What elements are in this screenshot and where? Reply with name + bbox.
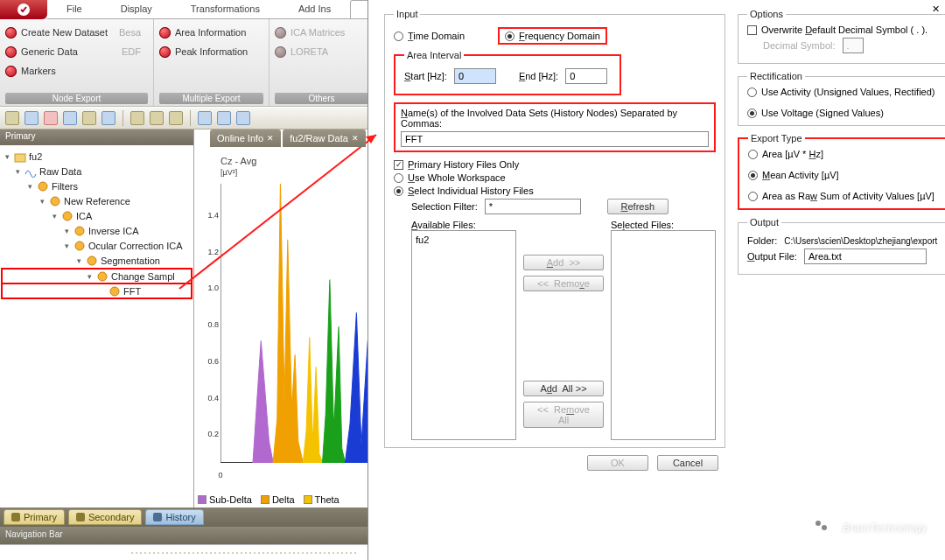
area-export-dialog: ✕ Input Time Domain Frequency Domain Are… [368,0,945,560]
tab-rawdata[interactable]: fu2/Raw Data✕ [283,130,366,147]
radio-freq-domain[interactable]: Frequency Domain [498,27,607,45]
tool-icon[interactable] [130,111,144,125]
gear-icon [74,225,86,237]
tool-icon[interactable] [44,111,58,125]
primary-panel-title: Primary [0,130,193,145]
options-group: Options Overwrite Default Decimal Symbol… [738,9,945,64]
chk-overwrite-decimal[interactable]: Overwrite Default Decimal Symbol ( . ). [747,24,945,35]
tool-icon[interactable] [150,111,164,125]
rect-legend: Rectification [747,71,805,81]
add-button[interactable]: Add >> [523,255,604,270]
radio-use-voltage[interactable]: Use Voltage (Signed Values) [747,108,945,118]
end-label: End [Hz]: [519,71,558,81]
group-others: Others [275,93,368,104]
radio-use-activity[interactable]: Use Activity (Unsigned Values, Rectified… [747,87,945,97]
remove-button[interactable]: << Remove [523,276,604,291]
svg-point-5 [75,227,84,235]
tool-icon[interactable] [169,111,183,125]
export-type-group: Export Type Area [µV * Hz] Mean Activity… [738,133,945,210]
radio-select-indiv[interactable]: Select Individual History Files [394,186,534,196]
input-group: Input Time Domain Frequency Domain Area … [384,9,725,448]
tab-secondary[interactable]: Secondary [68,509,143,525]
add-all-button[interactable]: Add All >> [523,381,604,396]
gear-icon [49,195,61,207]
export-type-legend: Export Type [748,133,805,144]
tool-icon[interactable] [236,111,250,125]
ok-button[interactable]: OK [587,455,648,471]
signal-view: Cz - Avg[µV²] 0.20.40.60.81.01.21.4 020 … [194,130,385,508]
tool-icon[interactable] [63,111,77,125]
gear-icon [86,255,98,267]
input-legend: Input [394,9,420,19]
watermark: BrainTechnology [806,513,928,542]
tool-icon[interactable] [198,111,212,125]
available-list[interactable]: fu2 [411,230,516,440]
menu-file[interactable]: File [47,0,102,18]
decimal-label: Decimal Symbol: [763,40,836,51]
tab-history[interactable]: History [145,509,203,525]
refresh-button[interactable]: Refresh [607,199,668,214]
decimal-input [843,38,864,53]
group-node-export: Node Export [5,93,148,104]
btn-generic-data[interactable]: Generic DataEDF [5,42,148,61]
menu-display[interactable]: Display [102,0,172,18]
radio-mean[interactable]: Mean Activity [µV] [748,170,944,180]
btn-create-dataset[interactable]: Create New DatasetBesa [5,23,148,42]
btn-markers[interactable]: Markers [5,61,148,80]
output-group: Output Folder: C:\Users\scien\Desktop\zh… [738,217,945,275]
btn-area-info[interactable]: Area Information [159,23,263,42]
radio-time-domain[interactable]: Time Domain [394,31,465,41]
menu-addins[interactable]: Add Ins [279,0,350,18]
chk-primary-only[interactable]: ✓Primary History Files Only [394,159,519,170]
gear-icon [74,240,86,252]
svg-point-6 [75,242,84,250]
besa-icon[interactable]: Besa [119,27,141,38]
names-label: Name(s) of the Involved Data Sets (Histo… [401,108,709,129]
interval-legend: Area Interval [404,50,464,60]
close-icon[interactable]: ✕ [352,134,359,143]
navigation-bar: Navigation Bar [0,527,368,544]
chart-legend: Sub-DeltaDeltaTheta [198,492,340,508]
group-multiple-export: Multiple Export [159,93,263,104]
radio-area[interactable]: Area [µV * Hz] [748,149,944,159]
gear-icon [108,285,121,298]
filter-input[interactable] [485,199,581,214]
radio-use-whole[interactable]: Use Whole Workspace [394,172,506,183]
menu-transformations[interactable]: Transformations [172,0,279,18]
outfile-input[interactable] [804,248,927,264]
close-icon[interactable]: ✕ [267,134,274,143]
btn-ica-matrices[interactable]: ICA Matrices [275,23,368,42]
tool-icon[interactable] [24,111,38,125]
tab-primary[interactable]: Primary [4,509,65,525]
tab-online-info[interactable]: Online Info✕ [210,130,281,147]
gear-icon [37,180,49,192]
tool-icon[interactable] [82,111,96,125]
list-item[interactable]: fu2 [416,234,512,245]
timeline[interactable] [0,544,368,560]
end-input[interactable] [565,68,607,84]
btn-peak-info[interactable]: Peak Information [159,42,263,61]
close-icon[interactable]: ✕ [932,4,940,15]
primary-tree-panel: Primary ▾fu2 ▾Raw Data ▾Filters ▾New Ref… [0,130,194,508]
app-logo [0,0,47,19]
selected-list[interactable] [611,230,716,440]
start-label: Start [Hz]: [404,71,447,81]
radio-raw-sum[interactable]: Area as Raw Sum of Activity Values [µV] [748,191,944,201]
tool-icon[interactable] [102,111,116,125]
cancel-button[interactable]: Cancel [657,455,718,471]
wave-icon [24,165,37,178]
remove-all-button[interactable]: << Remove All [523,402,604,428]
names-input[interactable] [401,131,709,147]
btn-loreta[interactable]: LORETA [275,42,368,61]
tool-icon[interactable] [217,111,231,125]
edf-icon[interactable]: EDF [122,46,141,57]
svg-point-7 [88,256,96,265]
history-tree[interactable]: ▾fu2 ▾Raw Data ▾Filters ▾New Reference ▾… [0,145,193,302]
start-input[interactable] [454,68,496,84]
tool-icon[interactable] [5,111,19,125]
svg-point-4 [63,212,72,220]
outfile-label: Output File: [747,251,797,262]
folder-label: Folder: [747,235,777,246]
x-axis: 020 [220,471,381,483]
wechat-icon [806,513,836,542]
